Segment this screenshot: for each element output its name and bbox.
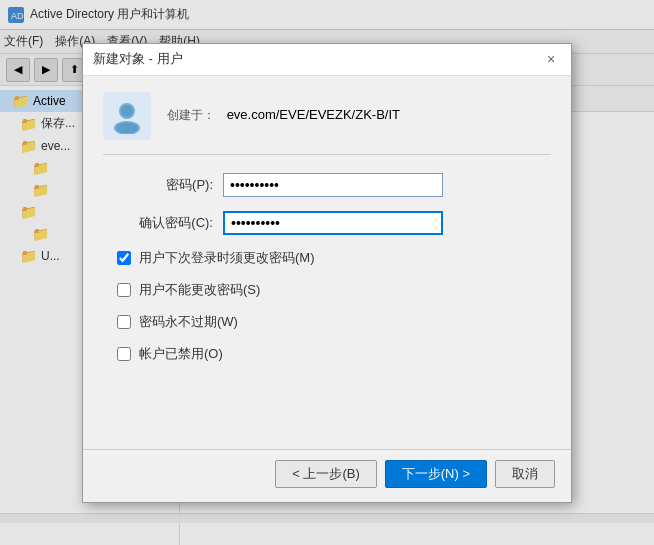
- checkbox-must-change[interactable]: [117, 251, 131, 265]
- checkbox-account-disabled[interactable]: [117, 347, 131, 361]
- new-user-dialog: 新建对象 - 用户 × 创建于： eve.com/EVE/EVEZK/ZK-B/…: [82, 43, 572, 503]
- dialog-body: 创建于： eve.com/EVE/EVEZK/ZK-B/IT 密码(P): 确认…: [83, 76, 571, 449]
- svg-point-5: [116, 122, 138, 133]
- checkbox-row-2: 用户不能更改密码(S): [117, 281, 551, 299]
- checkbox-row-4: 帐户已禁用(O): [117, 345, 551, 363]
- password-label: 密码(P):: [103, 176, 223, 194]
- user-info-details: 创建于： eve.com/EVE/EVEZK/ZK-B/IT: [167, 107, 400, 124]
- checkbox-section: 用户下次登录时须更改密码(M) 用户不能更改密码(S) 密码永不过期(W) 帐户…: [103, 249, 551, 363]
- checkbox-label-4[interactable]: 帐户已禁用(O): [139, 345, 223, 363]
- dialog-close-button[interactable]: ×: [541, 49, 561, 69]
- created-label: 创建于：: [167, 108, 215, 122]
- user-avatar: [103, 92, 151, 140]
- back-button[interactable]: < 上一步(B): [275, 460, 377, 488]
- checkbox-row-1: 用户下次登录时须更改密码(M): [117, 249, 551, 267]
- dialog-title: 新建对象 - 用户: [93, 50, 183, 68]
- dialog-titlebar: 新建对象 - 用户 ×: [83, 44, 571, 76]
- confirm-label: 确认密码(C):: [103, 214, 223, 232]
- password-row: 密码(P):: [103, 173, 551, 197]
- cancel-button[interactable]: 取消: [495, 460, 555, 488]
- user-info-row: 创建于： eve.com/EVE/EVEZK/ZK-B/IT: [103, 92, 551, 155]
- checkbox-row-3: 密码永不过期(W): [117, 313, 551, 331]
- checkbox-never-expire[interactable]: [117, 315, 131, 329]
- checkbox-label-2[interactable]: 用户不能更改密码(S): [139, 281, 260, 299]
- password-input[interactable]: [223, 173, 443, 197]
- confirm-password-row: 确认密码(C):: [103, 211, 551, 235]
- checkbox-label-3[interactable]: 密码永不过期(W): [139, 313, 238, 331]
- dialog-overlay: 新建对象 - 用户 × 创建于： eve.com/EVE/EVEZK/ZK-B/…: [0, 0, 654, 545]
- dialog-footer: < 上一步(B) 下一步(N) > 取消: [83, 449, 571, 502]
- next-button[interactable]: 下一步(N) >: [385, 460, 487, 488]
- confirm-password-input[interactable]: [223, 211, 443, 235]
- checkbox-label-1[interactable]: 用户下次登录时须更改密码(M): [139, 249, 315, 267]
- checkbox-cannot-change[interactable]: [117, 283, 131, 297]
- created-value: eve.com/EVE/EVEZK/ZK-B/IT: [227, 107, 400, 122]
- svg-point-4: [121, 105, 133, 117]
